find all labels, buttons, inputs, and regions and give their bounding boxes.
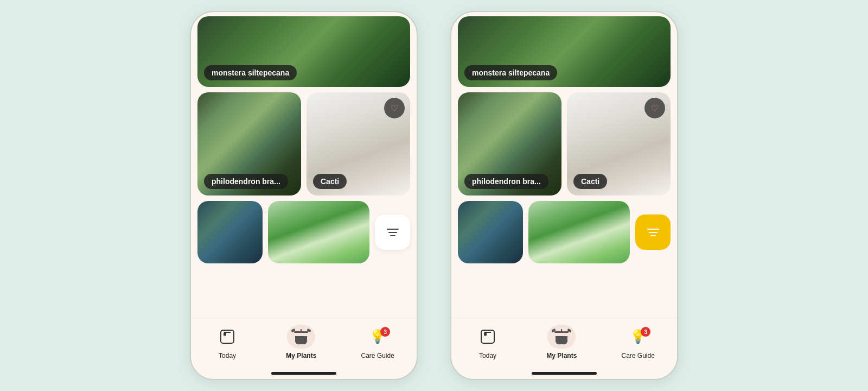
pot-stem — [301, 329, 302, 333]
pot-icon — [293, 329, 309, 344]
phone-frame-1: monstera siltepecana philodendron bra...… — [190, 11, 418, 380]
home-indicator — [271, 372, 336, 375]
tab-my-plants-p2[interactable]: My Plants — [546, 325, 577, 360]
calendar-icon — [220, 330, 234, 344]
tab-my-plants-label: My Plants — [286, 352, 316, 360]
grid-row-2-p2: philodendron bra... ♡ Cacti — [458, 92, 671, 195]
plant-card-monstera[interactable]: monstera siltepecana — [197, 16, 410, 87]
plant-card-dracaena-p2[interactable] — [458, 201, 523, 263]
grid-row-1: monstera siltepecana — [197, 16, 410, 87]
filter-line-1 — [387, 229, 399, 230]
plant-card-philodendron[interactable]: philodendron bra... — [197, 92, 301, 195]
pot-icon-p2 — [554, 329, 569, 344]
plant-card-cacti-p2[interactable]: ♡ Cacti — [567, 92, 671, 195]
tab-care-guide-p2[interactable]: 💡 3 Care Guide — [622, 325, 655, 360]
filter-button-p2[interactable] — [635, 215, 671, 250]
grid-row-1-p2: monstera siltepecana — [458, 16, 671, 87]
tab-bar: Today My Plants 💡 3 — [191, 318, 417, 372]
grid-row-3-p2 — [458, 201, 671, 263]
plant-card-dracaena[interactable] — [197, 201, 263, 263]
pot-plant-decoration — [301, 329, 302, 333]
filter-line-2-p2 — [649, 232, 658, 233]
heart-icon: ♡ — [391, 103, 398, 113]
my-plants-icon-wrap — [287, 325, 315, 349]
plant-name-monstera-p2: monstera siltepecana — [464, 65, 557, 80]
calendar-dot — [224, 333, 226, 336]
filter-icon-p2 — [647, 229, 659, 236]
plant-name-philodendron-p2: philodendron bra... — [464, 174, 548, 189]
filter-button[interactable] — [375, 215, 410, 250]
plant-name-monstera: monstera siltepecana — [204, 65, 297, 80]
home-indicator-p2 — [532, 372, 597, 375]
today-icon-wrap-p2 — [474, 325, 502, 349]
care-guide-badge: 3 — [380, 327, 390, 337]
calendar-icon-p2 — [481, 330, 495, 344]
plant-card-tropical-p2[interactable] — [528, 201, 630, 263]
filter-line-3 — [390, 235, 395, 236]
bulb-wrap-p2: 💡 3 — [630, 330, 646, 343]
filter-line-3-p2 — [650, 235, 656, 236]
plant-name-philodendron: philodendron bra... — [204, 174, 288, 189]
filter-line-1-p2 — [647, 229, 659, 230]
tab-my-plants-label-p2: My Plants — [546, 352, 577, 360]
calendar-dot-p2 — [484, 333, 487, 336]
plant-card-tropical[interactable] — [268, 201, 369, 263]
plant-card-philodendron-p2[interactable]: philodendron bra... — [458, 92, 561, 195]
tab-bar-p2: Today My Plants 💡 3 — [451, 318, 677, 372]
tab-care-guide-label-p2: Care Guide — [622, 352, 655, 360]
plant-card-cacti[interactable]: ♡ Cacti — [307, 92, 410, 195]
plant-name-cacti: Cacti — [313, 174, 347, 189]
today-icon-wrap — [213, 325, 241, 349]
care-guide-icon-wrap-p2: 💡 3 — [624, 325, 652, 349]
filter-icon — [387, 229, 399, 236]
phone-frame-2: monstera siltepecana philodendron bra...… — [450, 11, 678, 380]
tab-today[interactable]: Today — [213, 325, 241, 360]
care-guide-icon-wrap: 💡 3 — [363, 325, 392, 349]
grid-row-2: philodendron bra... ♡ Cacti — [197, 92, 410, 195]
heart-icon-p2: ♡ — [651, 103, 659, 113]
tab-today-label: Today — [219, 352, 236, 360]
pot-body — [295, 336, 307, 344]
filter-line-2 — [388, 232, 397, 233]
care-guide-badge-p2: 3 — [641, 327, 650, 337]
plant-grid-1: monstera siltepecana philodendron bra...… — [191, 12, 417, 318]
heart-button-cacti[interactable]: ♡ — [384, 98, 405, 118]
plant-card-monstera-p2[interactable]: monstera siltepecana — [458, 16, 671, 87]
tab-care-guide[interactable]: 💡 3 Care Guide — [361, 325, 394, 360]
heart-button-cacti-p2[interactable]: ♡ — [644, 98, 665, 118]
plant-name-cacti-p2: Cacti — [573, 174, 607, 189]
pot-body-p2 — [556, 336, 567, 344]
grid-row-3 — [197, 201, 410, 263]
tab-my-plants[interactable]: My Plants — [286, 325, 316, 360]
bulb-wrap: 💡 3 — [369, 330, 386, 343]
tab-today-p2[interactable]: Today — [474, 325, 502, 360]
my-plants-icon-wrap-p2 — [547, 325, 576, 349]
pot-plant-decoration-p2 — [561, 329, 562, 333]
pot-stem-p2 — [561, 329, 562, 333]
tab-today-label-p2: Today — [479, 352, 496, 360]
tab-care-guide-label: Care Guide — [361, 352, 394, 360]
plant-grid-2: monstera siltepecana philodendron bra...… — [451, 12, 677, 318]
